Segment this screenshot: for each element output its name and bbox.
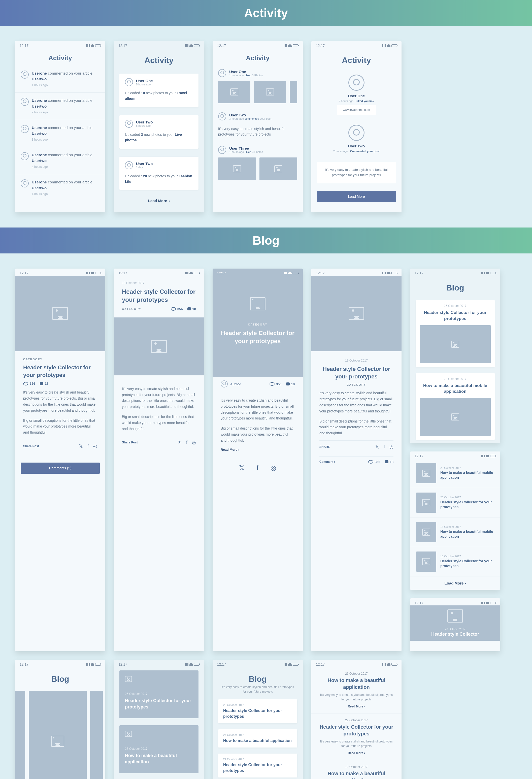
blog-grid: 12:17 CATEGORY Header style Collector fo…	[0, 253, 532, 779]
activity-card[interactable]: User Two1 dayUploaded 120 new photos to …	[119, 157, 198, 190]
share-label: SHARE	[319, 445, 330, 449]
load-more-button[interactable]: Load More	[317, 191, 396, 202]
body-text: It's very easy to create stylish and bea…	[23, 390, 97, 413]
activity-row[interactable]: Userone commented on your article Usertw…	[15, 120, 105, 147]
hero-image	[114, 317, 204, 375]
section-header-blog: Blog	[0, 228, 532, 253]
activity-row[interactable]: Userone commented on your article Usertw…	[15, 65, 105, 93]
post-date: 19 October 2017	[319, 359, 394, 362]
blog-list-item[interactable]: 13 October 2017Header style Collector fo…	[410, 547, 500, 577]
read-more-link[interactable]: Read More ›	[318, 751, 395, 755]
avatar-icon	[21, 125, 29, 133]
status-icons	[382, 44, 397, 47]
instagram-icon[interactable]: ◎	[93, 443, 97, 449]
blog-item[interactable]: 19 October 2017How to make a beautiful a…	[311, 760, 402, 779]
status-icons	[481, 455, 496, 457]
activity-card[interactable]: User One5 hours agoUploaded 10 new photo…	[119, 73, 198, 107]
blog-list-item[interactable]: 26 October 2017How to make a beautiful m…	[410, 459, 500, 488]
body-text: Big or small descriptions for the little…	[319, 418, 394, 436]
photo-thumb[interactable]	[218, 158, 256, 180]
screen-activity-4: 12:17 Activity User One 2 hours ago Like…	[311, 41, 402, 213]
comment-link[interactable]: Comment ›	[319, 460, 335, 464]
comments-count: 18	[286, 382, 295, 386]
instagram-icon[interactable]: ◎	[192, 440, 196, 445]
image-icon	[422, 529, 430, 536]
twitter-icon[interactable]: 𝕏	[79, 443, 83, 449]
activity-card[interactable]: User Two5 hours agoUploaded 3 new photos…	[119, 115, 198, 148]
page-title: Activity	[311, 48, 402, 69]
screen-blog-6: 12:17 Blog 22 October 2017 Header style …	[15, 660, 105, 779]
load-more-button[interactable]: Load More ›	[410, 577, 500, 590]
twitter-icon[interactable]: 𝕏	[239, 464, 244, 472]
blog-item[interactable]: 21 October 2017Header style Collector fo…	[218, 754, 297, 777]
photo-thumb[interactable]	[254, 81, 286, 103]
comments-count: 18	[385, 460, 394, 464]
activity-row[interactable]: Userone commented on your article Usertw…	[15, 174, 105, 201]
blog-tile[interactable]: 26 October 2017Header style Collector fo…	[416, 300, 495, 367]
avatar-icon	[21, 98, 29, 106]
status-time: 12:17	[118, 662, 127, 666]
activity-grid: 12:17 Activity Userone commented on your…	[0, 26, 532, 228]
blog-item[interactable]: 22 October 2017Header style Collector fo…	[311, 714, 402, 760]
avatar-icon	[125, 78, 133, 86]
blog-item[interactable]: 24 October 2017How to make a beautiful a…	[218, 729, 297, 747]
blog-item[interactable]: 26 October 2017How to make a beautiful a…	[311, 667, 402, 714]
instagram-icon[interactable]: ◎	[271, 464, 276, 472]
page-title: Activity	[15, 48, 105, 65]
status-time: 12:17	[217, 44, 226, 48]
category-label: CATEGORY	[23, 358, 97, 361]
facebook-icon[interactable]: f	[87, 443, 88, 449]
status-icons	[185, 44, 199, 47]
facebook-icon[interactable]: f	[383, 444, 385, 450]
photo-thumb[interactable]	[290, 81, 297, 103]
page-title: Blog	[213, 667, 303, 685]
screen-blog-9: 12:17 26 October 2017How to make a beaut…	[311, 660, 402, 779]
page-title: Blog	[410, 276, 500, 297]
avatar-icon	[21, 70, 29, 79]
post-title: Header style Collector for your prototyp…	[23, 364, 97, 379]
blog-card[interactable]: 26 October 2017Header style Collector fo…	[119, 670, 198, 718]
body-text: It's very easy to create stylish and bea…	[319, 390, 394, 414]
read-more-link[interactable]: Read More ›	[221, 448, 295, 452]
status-time: 12:17	[118, 44, 127, 48]
blog-list-item[interactable]: 23 October 2017Header style Collector fo…	[410, 488, 500, 518]
post-title: Header style Collector for your prototyp…	[122, 288, 196, 304]
blog-item[interactable]: 26 October 2017Header style Collector fo…	[218, 699, 297, 723]
instagram-icon[interactable]: ◎	[390, 444, 394, 450]
twitter-icon[interactable]: 𝕏	[178, 440, 182, 445]
share-label: Share Post	[23, 444, 39, 448]
status-icons	[382, 272, 397, 275]
facebook-icon[interactable]: f	[186, 440, 187, 445]
image-icon	[230, 88, 238, 96]
comments-button[interactable]: Comments (5)	[21, 463, 100, 474]
status-icons	[481, 602, 496, 604]
twitter-icon[interactable]: 𝕏	[375, 444, 379, 450]
status-icons	[284, 663, 298, 666]
status-time: 12:17	[20, 44, 28, 48]
facebook-icon[interactable]: f	[256, 464, 258, 472]
status-icons	[86, 44, 101, 47]
activity-row[interactable]: Userone commented on your article Usertw…	[15, 93, 105, 120]
avatar-icon	[348, 74, 364, 91]
status-time: 12:17	[415, 271, 423, 275]
carousel[interactable]	[15, 688, 105, 779]
photo-thumb[interactable]	[259, 158, 297, 180]
read-more-link[interactable]: Read More ›	[318, 705, 395, 708]
screen-blog-10: 12:17 26 October 2017How to make a beaut…	[410, 452, 500, 590]
blog-card[interactable]: 25 October 2017How to make a beautiful a…	[119, 725, 198, 773]
body-text: It's very easy to create stylish and bea…	[122, 386, 196, 410]
screen-blog-5: 12:17 Blog 26 October 2017Header style C…	[410, 268, 500, 443]
status-icons	[185, 663, 199, 666]
activity-row[interactable]: Userone commented on your article Usertw…	[15, 147, 105, 174]
photo-thumb[interactable]	[218, 81, 250, 103]
avatar-icon	[125, 161, 133, 169]
status-time: 12:17	[20, 271, 28, 275]
load-more-button[interactable]: Load More›	[114, 194, 204, 207]
avatar-icon	[218, 69, 226, 77]
avatar-icon	[21, 179, 29, 187]
user-block: User Two 2 hours ago Commented your post	[311, 120, 402, 158]
status-time: 12:17	[415, 454, 423, 458]
link-pill[interactable]: www.evatheme.com	[337, 105, 376, 115]
blog-tile[interactable]: 22 October 2017How to make a beautiful m…	[416, 373, 495, 440]
blog-list-item[interactable]: 18 October 2017How to make a beautiful m…	[410, 518, 500, 547]
